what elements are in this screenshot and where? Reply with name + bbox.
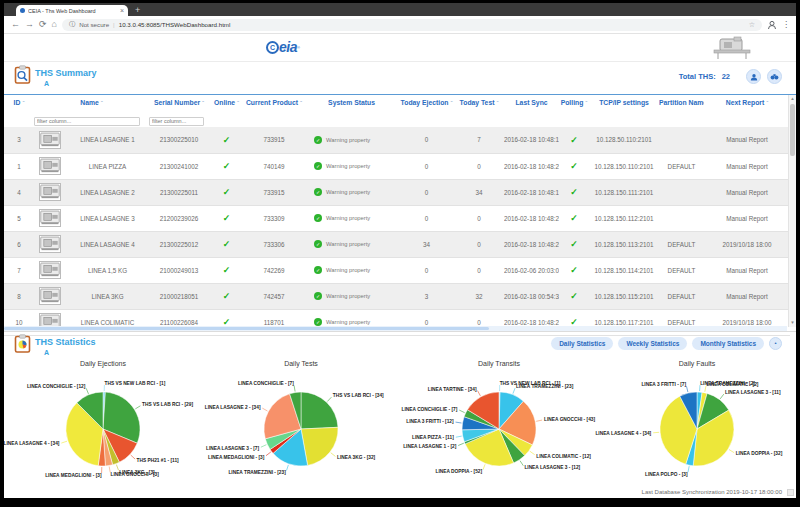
cell-id: 1 xyxy=(4,153,34,179)
reload-button[interactable]: ⟳ xyxy=(39,20,47,29)
column-header-current-product[interactable]: Current Productˆ xyxy=(244,95,304,109)
table-vertical-scrollbar[interactable]: ▲ ▼ xyxy=(788,95,796,327)
statistics-more-button[interactable]: • xyxy=(769,337,782,350)
cell-tcpip: 10.128.50.110:2101 xyxy=(589,127,659,153)
scroll-corner[interactable] xyxy=(787,489,794,496)
user-button[interactable] xyxy=(746,69,761,84)
cell-partition xyxy=(659,179,704,205)
cell-system-status: ✓Warning property xyxy=(304,231,399,257)
daily-statistics-button[interactable]: Daily Statistics xyxy=(551,337,613,350)
scrollbar-thumb[interactable] xyxy=(790,104,795,156)
scroll-up-icon[interactable]: ▲ xyxy=(789,95,796,103)
sort-caret-icon[interactable]: ˆ xyxy=(237,100,239,106)
status-ok-icon: ✓ xyxy=(314,162,322,170)
column-header-name[interactable]: Nameˆ xyxy=(34,95,149,109)
cell-last-sync: 2016-02-18 10:48:19 xyxy=(504,179,559,205)
name-filter-input[interactable] xyxy=(34,117,140,126)
sort-caret-icon[interactable]: ˆ xyxy=(450,100,452,106)
back-button[interactable]: ← xyxy=(11,20,20,29)
label-connector-line xyxy=(653,432,659,433)
column-header-online[interactable]: Onlineˆ xyxy=(209,95,244,109)
cell-id: 7 xyxy=(4,257,34,283)
label-connector-line xyxy=(262,408,267,411)
column-header-today-test[interactable]: Today Testˆ xyxy=(454,95,504,109)
column-header-today-ejection[interactable]: Today Ejectionˆ xyxy=(399,95,454,109)
forward-button[interactable]: → xyxy=(25,20,34,29)
cell-online: ✓ xyxy=(209,257,244,283)
hscrollbar-thumb[interactable] xyxy=(4,327,489,330)
cell-tcpip: 10.128.150.110:2101 xyxy=(589,153,659,179)
cell-today-test: 0 xyxy=(454,153,504,179)
scroll-down-icon[interactable]: ▼ xyxy=(789,319,796,327)
online-check-icon: ✓ xyxy=(223,239,231,249)
table-row[interactable]: 6LINEA LASAGNE 421300225012✓733306✓Warni… xyxy=(4,231,790,257)
pie-slice-label: LINEA LASAGNE 4 - [34] xyxy=(595,431,651,436)
sort-caret-icon[interactable]: ˆ xyxy=(22,100,24,106)
sort-caret-icon[interactable]: ˆ xyxy=(202,100,204,106)
weekly-statistics-button[interactable]: Weekly Statistics xyxy=(618,337,687,350)
cell-name: LINEA LASAGNE 4 xyxy=(66,231,149,257)
binoculars-button[interactable] xyxy=(767,69,782,84)
summary-anchor-link[interactable]: A xyxy=(44,80,49,87)
machine-thumbnail xyxy=(39,209,61,227)
statistics-anchor-link[interactable]: A xyxy=(44,349,49,356)
info-icon[interactable]: ⓘ xyxy=(69,20,75,29)
polling-check-icon: ✓ xyxy=(570,291,578,301)
column-header-next-report[interactable]: Next Reportˆ xyxy=(704,95,790,109)
column-header-partition-name[interactable]: Partition Nameˆ xyxy=(659,95,704,109)
column-header-system-status[interactable]: System Status xyxy=(304,95,399,109)
pie-slice-label: LINEA LASAGNE 3 - [11] xyxy=(725,390,781,395)
column-header-polling[interactable]: Pollingˆ xyxy=(559,95,589,109)
cell-serial: 21300225010 xyxy=(149,127,209,153)
new-tab-button[interactable]: + xyxy=(135,6,140,15)
sort-caret-icon[interactable]: ˆ xyxy=(101,100,103,106)
tab-close-icon[interactable]: × xyxy=(120,7,124,14)
cell-thumbnail xyxy=(34,283,66,309)
table-row[interactable]: 5LINEA LASAGNE 321200239026✓733309✓Warni… xyxy=(4,205,790,231)
table-row[interactable]: 1LINEA PIZZA21300241002✓740149✓Warning p… xyxy=(4,153,790,179)
cell-online: ✓ xyxy=(209,205,244,231)
cell-tcpip: 10.128.150.112:2101 xyxy=(589,205,659,231)
cell-online: ✓ xyxy=(209,283,244,309)
charts-row: Daily Ejections THS VS NEW LAB RCI - [1]… xyxy=(4,359,796,495)
cell-tcpip: 10.128.150.115:2101 xyxy=(589,283,659,309)
table-row[interactable]: 4LINEA LASAGNE 221300225011✓733915✓Warni… xyxy=(4,179,790,205)
bookmark-star-icon[interactable]: ☆ xyxy=(749,21,755,29)
pie-slice-label: LINEA TRAMEZZINI - [23] xyxy=(516,384,574,389)
profile-icon[interactable] xyxy=(767,20,777,30)
monthly-statistics-button[interactable]: Monthly Statistics xyxy=(692,337,764,350)
label-connector-line xyxy=(729,450,734,453)
sort-caret-icon[interactable]: ˆ xyxy=(766,100,768,106)
browser-tab[interactable]: CEIA - Ths Web Dashboard × xyxy=(16,5,128,16)
chart-title: Daily Transits xyxy=(400,360,598,367)
cell-last-sync: 2016-02-06 20:03:08 xyxy=(504,257,559,283)
cell-system-status: ✓Warning property xyxy=(304,257,399,283)
pie-slice-label: LINEA LASAGNE 3 - [12] xyxy=(524,465,580,470)
pie-slice-label: LINEA COLIMATIC - [12] xyxy=(536,454,591,459)
cell-today-test: 0 xyxy=(454,257,504,283)
home-button[interactable]: ⌂ xyxy=(52,20,57,29)
column-header-id[interactable]: IDˆ xyxy=(4,95,34,109)
table-row[interactable]: 7LINEA 1,5 KG21000249013✓742269✓Warning … xyxy=(4,257,790,283)
label-connector-line xyxy=(483,464,485,470)
column-header-last-sync[interactable]: Last Sync xyxy=(504,95,559,109)
cell-next-report: Manual Report xyxy=(704,127,790,153)
cell-tcpip: 10.128.150.114:2101 xyxy=(589,257,659,283)
filter-row xyxy=(4,109,790,127)
sort-caret-icon[interactable]: ˆ xyxy=(300,100,302,106)
label-connector-line xyxy=(131,455,135,459)
table-row[interactable]: 8LINEA 3KG21000218051✓742457✓Warning pro… xyxy=(4,283,790,309)
column-header-serial-number[interactable]: Serial Numberˆ xyxy=(149,95,209,109)
sort-caret-icon[interactable]: ˆ xyxy=(585,100,587,106)
sort-caret-icon[interactable]: ˆ xyxy=(496,100,498,106)
cell-system-status: ✓Warning property xyxy=(304,283,399,309)
table-row[interactable]: 3LINEA LASAGNE 121300225010✓733915✓Warni… xyxy=(4,127,790,153)
column-header-tcp-ip-settings[interactable]: TCP/IP settings xyxy=(589,95,659,109)
cell-partition: DEFAULT xyxy=(659,283,704,309)
address-bar[interactable]: ⓘ Not secure | 10.3.0.45:8085/THSWebDash… xyxy=(62,19,762,31)
cell-today-ejection: 0 xyxy=(399,205,454,231)
machine-thumbnail xyxy=(39,235,61,253)
cell-last-sync: 2016-02-18 10:48:20 xyxy=(504,231,559,257)
serial-filter-input[interactable] xyxy=(149,117,204,126)
browser-menu-icon[interactable]: ⋮ xyxy=(782,20,789,29)
